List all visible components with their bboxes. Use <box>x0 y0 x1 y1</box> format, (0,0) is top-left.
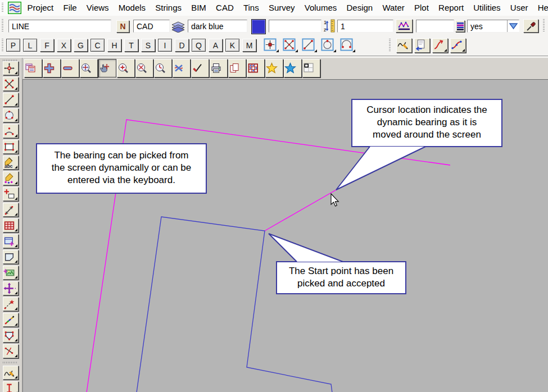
snap-toggle-s[interactable]: S <box>141 39 155 52</box>
menu-survey[interactable]: Survey <box>264 0 300 16</box>
grid-red-button[interactable] <box>3 218 19 233</box>
colour-input[interactable]: dark blue <box>188 20 247 33</box>
zoom-previous-button[interactable] <box>154 59 172 78</box>
pencil-squiggle-button[interactable] <box>396 38 412 53</box>
toolbar-grip[interactable] <box>3 362 17 363</box>
toolbar-grip[interactable] <box>543 19 545 33</box>
snap-toggle-d[interactable]: D <box>175 39 189 52</box>
window-plus-button[interactable] <box>3 234 19 248</box>
menu-cad[interactable]: CAD <box>211 0 238 16</box>
cross-button[interactable] <box>3 77 19 91</box>
snap-toggle-q[interactable]: Q <box>192 39 206 52</box>
menu-views[interactable]: Views <box>81 0 114 16</box>
menu-project[interactable]: Project <box>22 0 58 16</box>
menu-report[interactable]: Report <box>433 0 468 16</box>
snap-toggle-p[interactable]: P <box>6 39 20 52</box>
snap-circle-button[interactable] <box>320 38 337 53</box>
menu-utilities[interactable]: Utilities <box>469 0 506 16</box>
line-button[interactable] <box>3 93 19 107</box>
snap-toggle-l[interactable]: L <box>23 39 37 52</box>
snap-toggle-f[interactable]: F <box>40 39 54 52</box>
colour-swatch[interactable] <box>251 19 266 34</box>
menu-he[interactable]: He <box>533 0 548 16</box>
snap-point-button[interactable] <box>263 38 279 53</box>
snap-cross-button[interactable] <box>282 38 298 53</box>
snap-line-button[interactable] <box>301 38 318 53</box>
image-plus-button[interactable] <box>3 266 19 280</box>
snap-toggle-i[interactable]: I <box>158 39 172 52</box>
profile-button[interactable] <box>396 19 413 33</box>
snap-arc-button[interactable] <box>339 38 356 53</box>
snap-toggle-x[interactable]: X <box>57 39 71 52</box>
cross-line-button[interactable] <box>3 344 19 358</box>
blank-input-1[interactable] <box>269 20 321 33</box>
menu-models[interactable]: Models <box>114 0 151 16</box>
measure-arrow-button[interactable] <box>3 203 19 217</box>
snap-toggle-m[interactable]: M <box>242 39 256 52</box>
zoom-extents-button[interactable] <box>135 59 153 78</box>
menu-volumes[interactable]: Volumes <box>300 0 342 16</box>
eyedropper-button[interactable] <box>523 19 538 33</box>
snap-toggle-g[interactable]: G <box>74 39 88 52</box>
freehand-button[interactable] <box>3 366 19 380</box>
menu-bim[interactable]: BIM <box>187 0 211 16</box>
zoom-pan-button[interactable] <box>80 59 98 78</box>
star-blue-button[interactable] <box>284 59 302 78</box>
snap-toggle-h[interactable]: H <box>107 39 121 52</box>
zoom-plus-button[interactable] <box>117 59 135 78</box>
menu-water[interactable]: Water <box>378 0 410 16</box>
i-beam-button[interactable] <box>3 381 19 392</box>
menu-tins[interactable]: Tins <box>238 0 264 16</box>
menu-user[interactable]: User <box>505 0 533 16</box>
printer-button[interactable] <box>210 59 228 78</box>
new-view-button[interactable] <box>24 59 42 78</box>
rectangle-button[interactable] <box>3 140 19 154</box>
copy-pages-button[interactable] <box>228 59 246 78</box>
snap-toggle-a[interactable]: A <box>209 39 223 52</box>
circle-button[interactable] <box>3 108 19 122</box>
menu-file[interactable]: File <box>58 0 81 16</box>
pencil-points-button[interactable] <box>3 171 19 185</box>
move-arrows-button[interactable] <box>3 281 19 295</box>
regen-brush-button[interactable] <box>191 59 209 78</box>
n-button[interactable]: N <box>116 20 129 33</box>
polygon-button[interactable] <box>3 250 19 264</box>
toolbar-grip[interactable] <box>2 3 3 13</box>
menu-design[interactable]: Design <box>342 0 378 16</box>
toolbar-grip[interactable] <box>2 39 3 52</box>
redraw-cross-button[interactable] <box>173 59 191 78</box>
curve-dots-button[interactable] <box>450 38 466 53</box>
z-input[interactable]: 1 <box>337 20 393 33</box>
plus-button[interactable] <box>43 59 61 78</box>
point-arrow-button[interactable] <box>3 297 19 311</box>
menu-strings[interactable]: Strings <box>151 0 187 16</box>
quad-window-button[interactable] <box>302 59 320 78</box>
target-point-button[interactable] <box>3 61 19 75</box>
blank-input-2[interactable] <box>416 20 454 33</box>
page-arrow-button[interactable] <box>414 38 430 53</box>
drawing-canvas[interactable]: The bearing can be picked fromthe screen… <box>22 79 548 392</box>
snap-arc-icon <box>339 38 354 52</box>
menu-plot[interactable]: Plot <box>409 0 433 16</box>
z-value-icon[interactable]: 1 z <box>324 19 335 35</box>
model-input[interactable]: CAD <box>133 20 170 33</box>
name-input[interactable]: LINE <box>8 20 111 33</box>
pan-hand-button[interactable] <box>98 59 116 78</box>
layers-icon[interactable] <box>171 21 185 35</box>
rainbow-line-button[interactable] <box>3 313 19 327</box>
toolbar-grip[interactable] <box>389 39 391 52</box>
snap-toggle-k[interactable]: K <box>225 39 239 52</box>
toolbar-grip[interactable] <box>2 19 3 33</box>
snap-toggle-t[interactable]: T <box>124 39 138 52</box>
choice-dropdown-button[interactable] <box>507 20 519 32</box>
stripes-button[interactable] <box>455 20 465 32</box>
star-yellow-button[interactable] <box>265 59 283 78</box>
grid-view-button[interactable] <box>247 59 265 78</box>
snap-toggle-c[interactable]: C <box>90 39 105 52</box>
curve-red-button[interactable] <box>432 38 448 53</box>
shield-points-button[interactable] <box>3 329 19 343</box>
text-abc-button[interactable]: abc <box>3 156 19 170</box>
plus-rectangle-button[interactable] <box>3 187 19 201</box>
minus-button[interactable] <box>61 59 79 78</box>
arc-button[interactable] <box>3 124 19 138</box>
